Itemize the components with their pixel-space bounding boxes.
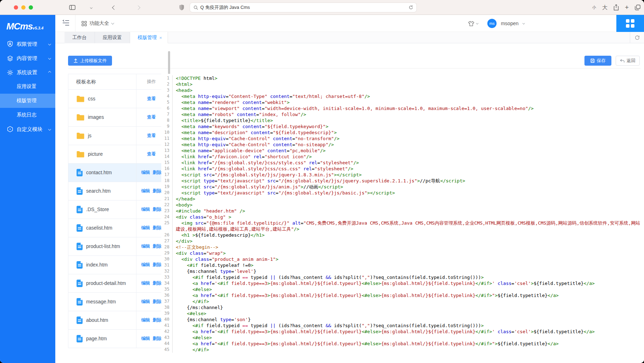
code-text[interactable]: <h1 >${field.typedescrip}</h1>: [173, 232, 644, 238]
code-text[interactable]: <head>: [173, 87, 644, 93]
code-text[interactable]: <script type="text/javascript" src="/{ms…: [173, 190, 644, 196]
action-link[interactable]: 查看: [147, 114, 156, 120]
table-row-message.htm[interactable]: message.htm编辑删除: [68, 293, 166, 311]
forward-button[interactable]: [136, 0, 140, 15]
table-row-js[interactable]: js查看: [68, 127, 166, 145]
code-text[interactable]: {/ms:channel}: [173, 304, 644, 310]
action-link[interactable]: 查看: [147, 133, 156, 139]
action-link[interactable]: 编辑: [141, 280, 150, 286]
tab-overview-icon[interactable]: [635, 5, 640, 10]
code-text[interactable]: <a href="<#if field.type==3>{ms:global.h…: [173, 341, 644, 347]
code-text[interactable]: <!--正文begin-->: [173, 244, 644, 250]
code-text[interactable]: </#if>: [173, 298, 644, 304]
code-text[interactable]: <meta name="keywords" content="${field.t…: [173, 123, 644, 130]
action-link[interactable]: 删除: [153, 317, 162, 323]
action-link[interactable]: 删除: [153, 262, 162, 268]
code-text[interactable]: <link href="/{ms:global.style/}css/css.c…: [173, 166, 644, 172]
minimize-window-button[interactable]: [21, 5, 26, 10]
back-button[interactable]: [113, 0, 116, 15]
table-row-css[interactable]: css查看: [68, 90, 166, 108]
code-text[interactable]: <div class="o_big" >: [173, 214, 644, 220]
action-link[interactable]: 删除: [153, 243, 162, 249]
text-smaller-button[interactable]: 小: [592, 5, 596, 10]
code-text[interactable]: <meta http-equiv="Cache-Control" content…: [173, 142, 644, 148]
text-larger-button[interactable]: 大: [602, 4, 607, 11]
action-link[interactable]: 编辑: [141, 188, 150, 194]
code-text[interactable]: <#if field.typeid == typeid || (ids?has_…: [173, 323, 644, 329]
action-link[interactable]: 删除: [153, 207, 162, 213]
code-text[interactable]: <#else>: [173, 335, 644, 341]
code-text[interactable]: {ms:channel type='level'}: [173, 268, 644, 274]
function-menu-button[interactable]: 功能大全: [82, 15, 114, 32]
sidebar-item-6[interactable]: 自定义模块: [0, 122, 55, 136]
reload-icon[interactable]: [409, 5, 413, 10]
code-text[interactable]: <body>: [173, 202, 644, 208]
code-text[interactable]: <html>: [173, 81, 644, 87]
sidebar-item-1[interactable]: 内容管理: [0, 51, 55, 65]
collapse-sidebar-icon[interactable]: [62, 20, 69, 26]
close-window-button[interactable]: [14, 5, 18, 10]
code-text[interactable]: <meta name="applicable-device" content="…: [173, 148, 644, 154]
table-row-picture[interactable]: picture查看: [68, 145, 166, 164]
refresh-tab-icon[interactable]: [630, 32, 644, 43]
action-link[interactable]: 查看: [147, 151, 156, 157]
sidebar-subitem-4[interactable]: 模版管理: [0, 94, 55, 108]
save-button[interactable]: 保存: [584, 56, 611, 66]
code-text[interactable]: <a href='<#if field.type==3>{ms:global.h…: [173, 329, 644, 335]
code-text[interactable]: {ms:channel type='son'}: [173, 317, 644, 323]
code-text[interactable]: <a href='<#if field.type==3>{ms:global.h…: [173, 280, 644, 286]
code-text[interactable]: <script src="/{ms:global.style/}js/jquer…: [173, 172, 644, 178]
action-link[interactable]: 编辑: [141, 317, 150, 323]
action-link[interactable]: 编辑: [141, 225, 150, 231]
code-text[interactable]: <link href="/{ms:global.style/}css/style…: [173, 160, 644, 166]
share-icon[interactable]: [614, 4, 619, 11]
table-row-images[interactable]: images查看: [68, 108, 166, 127]
code-text[interactable]: </#if>: [173, 347, 644, 353]
code-text[interactable]: <#include "header.htm" />: [173, 208, 644, 214]
code-text[interactable]: <meta http-equiv="Content-Type" content=…: [173, 93, 644, 99]
action-link[interactable]: 删除: [153, 336, 162, 342]
zoom-window-button[interactable]: [29, 5, 33, 10]
privacy-shield-icon[interactable]: [179, 0, 184, 15]
table-row-product-list.htm[interactable]: product-list.htm编辑删除: [68, 237, 166, 256]
sidebar-toggle-icon[interactable]: [69, 0, 75, 15]
code-text[interactable]: </head>: [173, 196, 644, 202]
upload-template-button[interactable]: 上传模板文件: [68, 56, 112, 66]
action-link[interactable]: 编辑: [141, 299, 150, 305]
code-text[interactable]: <meta http-equiv="Cache-Control" content…: [173, 136, 644, 142]
code-text[interactable]: <div class="wrap">: [173, 250, 644, 256]
new-tab-icon[interactable]: +: [625, 4, 629, 11]
action-link[interactable]: 编辑: [141, 243, 150, 249]
code-text[interactable]: <meta name="viewport" content="width=dev…: [173, 105, 644, 111]
address-bar[interactable]: Q 免疫开源的 Java Cms: [190, 2, 417, 12]
sidebar-item-2[interactable]: 系统设置: [0, 65, 55, 79]
table-row-caselist.htm[interactable]: caselist.htm编辑删除: [68, 219, 166, 237]
code-text[interactable]: <!DOCTYPE html>: [173, 75, 644, 81]
sidebar-subitem-5[interactable]: 系统日志: [0, 108, 55, 122]
action-link[interactable]: 查看: [147, 96, 156, 102]
apps-launcher-button[interactable]: [616, 15, 644, 32]
code-text[interactable]: <meta name="renderer" content="webkit">: [173, 99, 644, 105]
code-text[interactable]: <#else>: [173, 310, 644, 317]
tab-group-chevron-icon[interactable]: [90, 0, 92, 15]
tab-0[interactable]: 工作台: [65, 32, 95, 43]
table-row-search.htm[interactable]: search.htm编辑删除: [68, 182, 166, 200]
table-row-page.htm[interactable]: page.htm编辑删除: [68, 330, 166, 348]
table-row-index.htm[interactable]: index.htm编辑删除: [68, 256, 166, 274]
sidebar-item-0[interactable]: 权限管理: [0, 37, 55, 51]
action-link[interactable]: 编辑: [141, 336, 150, 342]
code-text[interactable]: <link href="/favicon.ico" rel="shortcut …: [173, 154, 644, 160]
table-row-contact.htm[interactable]: contact.htm编辑删除: [68, 164, 166, 182]
action-link[interactable]: 编辑: [141, 207, 150, 213]
code-text[interactable]: <#if field.typeid == typeid || (ids?has_…: [173, 274, 644, 280]
code-text[interactable]: <script src="/{ms:global.style/}js/anim.…: [173, 184, 644, 190]
back-button-page[interactable]: 返回: [616, 56, 640, 66]
action-link[interactable]: 删除: [153, 280, 162, 286]
code-text[interactable]: <title>${field.typetitle}</title>: [173, 117, 644, 123]
code-text[interactable]: <a href="<#if field.type==3>{ms:global.h…: [173, 292, 644, 298]
tab-1[interactable]: 应用设置: [95, 32, 130, 43]
code-text[interactable]: <#else>: [173, 286, 644, 292]
action-link[interactable]: 删除: [153, 225, 162, 231]
tab-2[interactable]: 模版管理×: [130, 32, 168, 43]
action-link[interactable]: 编辑: [141, 170, 150, 176]
